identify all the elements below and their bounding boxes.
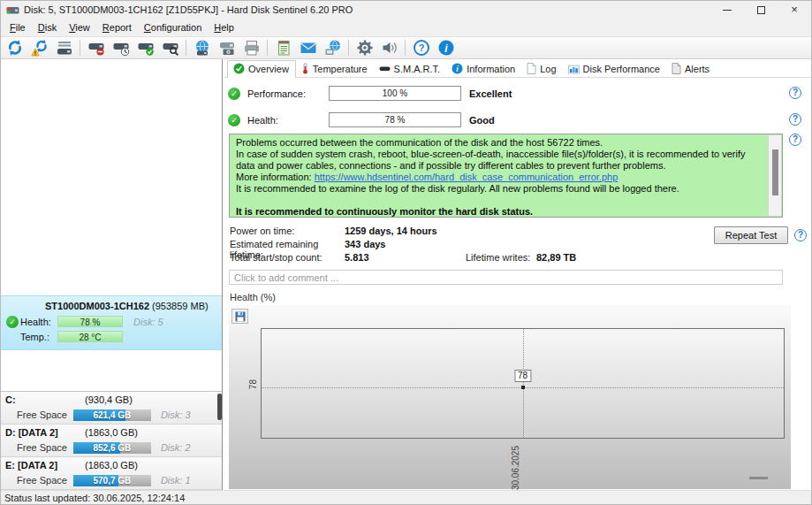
performance-value: 100 % [330, 87, 460, 100]
volume-name: C: [5, 394, 16, 405]
network-status-icon[interactable] [321, 38, 345, 58]
remaining-lifetime-value: 343 days [345, 239, 466, 252]
tab-label: Disk Performance [583, 64, 660, 74]
comment-input[interactable] [229, 270, 783, 285]
bar-chart-icon [568, 63, 580, 74]
more-info-link[interactable]: https://www.hdsentinel.com/hard_disk_cas… [315, 172, 618, 182]
chart-point-label: 78 [514, 370, 531, 382]
selected-disk-item[interactable]: ST1000DM003-1CH162 (953859 MB) Health: 7… [1, 295, 222, 350]
tab-temperature[interactable]: Temperature [296, 61, 374, 77]
send-mail-icon[interactable] [296, 38, 320, 58]
chart-plot-area[interactable]: 78 78 30.06.2025 [261, 328, 785, 439]
message-line: In case of sudden system crash, reboot, … [236, 149, 763, 172]
disk-details-icon[interactable] [52, 38, 76, 58]
minimize-icon [723, 10, 732, 11]
volume-size: (1863,0 GB) [85, 426, 138, 440]
disk-test-ok-icon[interactable] [133, 38, 157, 58]
volume-row-e[interactable]: E: [DATA 2] (1863,0 GB) Free Space 570,7… [1, 457, 222, 490]
toolbar: ? i [1, 36, 811, 59]
message-scrollbar[interactable] [768, 135, 781, 216]
performance-bar: 100 % [329, 86, 461, 101]
volume-name: E: [DATA 2] [5, 460, 57, 471]
maximize-button[interactable] [744, 1, 778, 19]
about-info-icon[interactable]: i [434, 38, 458, 58]
close-button[interactable]: × [778, 1, 811, 19]
disk-model: ST1000DM003-1CH162 [45, 301, 149, 311]
printer-icon[interactable] [239, 38, 263, 58]
menu-disk[interactable]: Disk [32, 20, 63, 34]
tab-log[interactable]: Log [521, 61, 562, 77]
disk-snapshot-icon[interactable] [215, 38, 239, 58]
volume-scrollbar-thumb[interactable] [217, 394, 222, 420]
refresh-problems-icon[interactable] [27, 38, 51, 58]
lifetime-writes-value: 82,89 TB [536, 252, 576, 265]
volume-list: C: (930,4 GB) Free Space 621,4 GB Disk: … [1, 391, 222, 490]
health-help-icon[interactable] [789, 113, 801, 126]
save-chart-button[interactable] [231, 309, 248, 324]
tab-label: Information [467, 64, 515, 74]
refresh-icon[interactable] [3, 38, 27, 58]
disk-analyse-icon[interactable] [158, 38, 182, 58]
free-space-bar: 621,4 GB [73, 409, 151, 421]
minimize-button[interactable] [710, 1, 744, 19]
message-bold-line: It is recommended to continuously monito… [236, 206, 763, 218]
performance-rating: Excellent [469, 88, 512, 99]
tab-overview[interactable]: Overview [227, 60, 296, 78]
tab-alerts[interactable]: Alerts [666, 61, 716, 77]
performance-help-icon[interactable] [789, 87, 801, 99]
help-icon[interactable]: ? [409, 38, 433, 58]
report-notepad-icon[interactable] [271, 38, 295, 58]
menu-help[interactable]: Help [208, 20, 240, 34]
volume-row-c[interactable]: C: (930,4 GB) Free Space 621,4 GB Disk: … [1, 392, 222, 425]
volume-disk-number: Disk: 1 [161, 475, 191, 486]
window-title: Disk: 5, ST1000DM003-1CH162 [Z1D55PKJ] -… [24, 4, 353, 15]
toolbar-separator [186, 40, 186, 56]
chart-x-tick: 30.06.2025 [511, 446, 520, 490]
free-space-bar: 852,6 GB [73, 442, 151, 454]
sound-speaker-icon[interactable] [377, 38, 401, 58]
svg-text:?: ? [418, 42, 424, 53]
tab-smart[interactable]: S.M.A.R.T. [374, 61, 447, 77]
start-stop-label: Total start/stop count: [230, 252, 345, 265]
app-icon [6, 4, 19, 16]
more-info-label: More information: [236, 172, 315, 182]
volume-size: (1863,0 GB) [85, 459, 138, 472]
disk-remove-icon[interactable] [84, 38, 108, 58]
online-globe-disk-icon[interactable] [190, 38, 214, 58]
menu-file[interactable]: File [4, 20, 32, 34]
volume-disk-number: Disk: 3 [161, 409, 191, 420]
thermometer-icon [301, 63, 309, 74]
menu-configuration[interactable]: Configuration [138, 20, 208, 34]
disk-stats: Power on time: 1259 days, 14 hours Estim… [230, 226, 811, 266]
check-circle-icon [233, 63, 245, 74]
repeat-test-button[interactable]: Repeat Test [714, 226, 788, 244]
splitter-grip[interactable] [749, 477, 768, 479]
page-gray-icon [672, 63, 681, 74]
toolbar-separator [405, 40, 406, 56]
message-line: Problems occurred between the communicat… [236, 137, 763, 149]
menu-report[interactable]: Report [96, 20, 138, 34]
titlebar: Disk: 5, ST1000DM003-1CH162 [Z1D55PKJ] -… [1, 1, 811, 19]
health-message-box: Problems occurred between the communicat… [229, 134, 783, 218]
free-space-label: Free Space [17, 475, 67, 486]
info-circle-icon: i [452, 63, 463, 74]
chart-y-tick: 78 [248, 379, 258, 389]
status-text: Status last updated: 30.06.2025, 12:24:1… [4, 493, 185, 503]
menu-view[interactable]: View [63, 20, 96, 34]
message-scrollbar-thumb[interactable] [772, 149, 778, 195]
disk-size: (953859 MB) [152, 301, 209, 311]
disk-health-label: Health: [20, 317, 57, 327]
tab-disk-performance[interactable]: Disk Performance [563, 61, 666, 77]
disk-tree-area[interactable] [1, 59, 222, 295]
repeat-test-help-icon[interactable] [794, 229, 807, 241]
message-help-icon[interactable] [789, 134, 801, 146]
message-line: It is recommended to examine the log of … [236, 183, 763, 195]
settings-gear-icon[interactable] [353, 38, 376, 58]
maximize-icon [757, 6, 765, 14]
chart-data-point [521, 386, 525, 389]
volume-row-d[interactable]: D: [DATA 2] (1863,0 GB) Free Space 852,6… [1, 425, 222, 457]
tab-information[interactable]: i Information [446, 61, 521, 77]
performance-row: Performance: 100 % Excellent [228, 86, 811, 101]
disk-scheduled-test-icon[interactable] [109, 38, 133, 58]
start-stop-value: 5.813 [345, 252, 466, 265]
